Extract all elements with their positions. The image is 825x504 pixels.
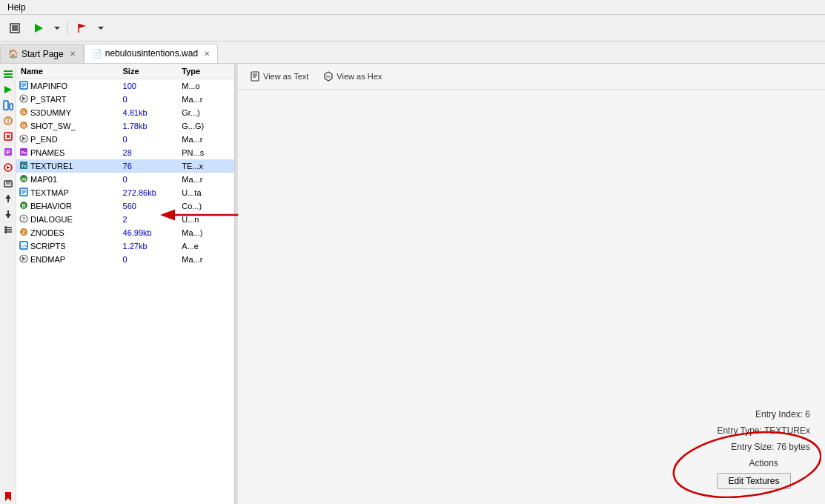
table-row[interactable]: P_END 0 Ma...r: [16, 133, 234, 146]
info-panel: Entry Index: 6 Entry Type: TEXTUREx Entr…: [717, 409, 810, 489]
table-row[interactable]: Z ZNODES 46.99kb Ma...): [16, 226, 234, 239]
row-name: Pn PNAMES: [16, 147, 120, 159]
row-name: P_END: [16, 133, 120, 145]
sidebar-icon-8[interactable]: [1, 176, 16, 190]
sidebar-icon-bookmark[interactable]: [1, 489, 16, 504]
svg-text:m: m: [21, 176, 26, 182]
row-filename: TEXTURE1: [30, 162, 73, 170]
row-icon: [19, 81, 28, 91]
row-icon: ?: [19, 214, 28, 225]
svg-rect-9: [4, 76, 13, 78]
row-type: PN...s: [179, 147, 234, 158]
svg-rect-8: [4, 73, 13, 75]
row-name: ENDMAP: [16, 253, 120, 265]
row-size: 76: [120, 161, 179, 171]
svg-marker-29: [5, 214, 11, 218]
actions-label: Actions: [717, 458, 810, 468]
left-sidebar: P: [0, 64, 16, 504]
svg-marker-27: [5, 195, 11, 199]
sidebar-icon-1[interactable]: [1, 67, 16, 82]
table-row[interactable]: ? DIALOGUE 2 U...n: [16, 213, 234, 226]
table-row[interactable]: MAPINFO 100 M...o: [16, 79, 234, 93]
table-row[interactable]: G SHOT_SW_ 1.78kb G...G): [16, 119, 234, 133]
row-icon: [19, 134, 28, 145]
tab-bar: 🏠 Start Page ✕ 📄 nebulousintentions.wad …: [0, 42, 825, 64]
svg-text:Pn: Pn: [21, 150, 27, 155]
table-row[interactable]: P_START 0 Ma...r: [16, 93, 234, 106]
toolbar-separator-1: [67, 21, 67, 36]
row-type: A...e: [179, 241, 234, 251]
table-row[interactable]: B BEHAVIOR 560 Co...): [16, 199, 234, 213]
view-as-text-button[interactable]: View as Text: [245, 70, 313, 83]
sidebar-icon-6[interactable]: P: [1, 145, 16, 159]
row-filename: SHOT_SW_: [30, 122, 76, 130]
view-as-hex-button[interactable]: 0x View as Hex: [319, 70, 386, 83]
table-row[interactable]: Pn PNAMES 28 PN...s: [16, 146, 234, 159]
row-size: 4.81kb: [120, 107, 179, 118]
stop-button[interactable]: [4, 19, 25, 38]
tab-wad-file-close[interactable]: ✕: [204, 50, 210, 58]
row-type: Ma...r: [179, 254, 234, 265]
right-panel: View as Text 0x View as Hex: [238, 64, 825, 504]
wad-file-icon: 📄: [92, 49, 102, 59]
tab-start-page[interactable]: 🏠 Start Page ✕: [0, 44, 84, 63]
row-icon: m: [19, 174, 28, 185]
row-filename: ENDMAP: [30, 255, 65, 264]
entry-index: Entry Index: 6: [717, 409, 810, 420]
row-icon: Tx: [19, 161, 28, 171]
sidebar-icon-7[interactable]: [1, 160, 16, 175]
row-icon: [19, 188, 28, 198]
play-dropdown[interactable]: [52, 19, 62, 38]
row-icon: </>: [19, 241, 28, 251]
row-filename: MAPINFO: [30, 82, 67, 90]
svg-rect-67: [251, 72, 259, 81]
flag-button[interactable]: [72, 19, 93, 38]
svg-marker-34: [5, 492, 11, 501]
svg-marker-10: [4, 86, 12, 93]
svg-marker-2: [35, 24, 43, 33]
flag-dropdown[interactable]: [96, 19, 106, 38]
svg-text:B: B: [21, 203, 25, 208]
row-type: Ma...r: [179, 94, 234, 105]
row-type: TE...x: [179, 161, 234, 171]
sidebar-icon-4[interactable]: [1, 113, 16, 128]
row-filename: PNAMES: [30, 148, 64, 157]
table-row[interactable]: TEXTMAP 272.86kb U...ta: [16, 186, 234, 199]
svg-text:</>: </>: [21, 244, 27, 248]
edit-textures-button[interactable]: Edit Textures: [717, 473, 790, 489]
row-size: 0: [120, 94, 179, 105]
tab-wad-file[interactable]: 📄 nebulousintentions.wad ✕: [84, 44, 218, 63]
col-header-name: Name: [16, 65, 120, 77]
svg-text:?: ?: [22, 216, 26, 222]
play-button[interactable]: [28, 19, 49, 38]
row-size: 272.86kb: [120, 188, 179, 198]
svg-rect-1: [12, 25, 18, 31]
row-icon: [19, 94, 28, 105]
row-name: Z ZNODES: [16, 227, 120, 239]
svg-point-15: [7, 122, 9, 123]
row-filename: DIALOGUE: [30, 215, 73, 224]
row-size: 1.27kb: [120, 241, 179, 251]
row-type: Ma...): [179, 228, 234, 238]
sidebar-icon-9[interactable]: [1, 191, 16, 206]
table-row[interactable]: m MAP01 0 Ma...r: [16, 173, 234, 186]
table-row[interactable]: G S3DUMMY 4.81kb Gr...): [16, 106, 234, 119]
row-filename: ZNODES: [30, 228, 64, 237]
sidebar-icon-10[interactable]: [1, 207, 16, 222]
row-size: 100: [120, 81, 179, 91]
sidebar-icon-5[interactable]: [1, 129, 16, 144]
tab-start-page-close[interactable]: ✕: [70, 50, 76, 58]
view-buttons-bar: View as Text 0x View as Hex: [238, 64, 825, 90]
row-size: 2: [120, 214, 179, 225]
table-row[interactable]: </> SCRIPTS 1.27kb A...e: [16, 239, 234, 253]
row-filename: S3DUMMY: [30, 108, 71, 117]
sidebar-icon-11[interactable]: [1, 222, 16, 237]
table-row[interactable]: ENDMAP 0 Ma...r: [16, 253, 234, 266]
table-row-texture1[interactable]: Tx TEXTURE1 76 TE...x: [16, 159, 234, 173]
sidebar-icon-3[interactable]: [1, 98, 16, 113]
menu-help[interactable]: Help: [4, 2, 29, 13]
svg-marker-66: [22, 256, 26, 261]
row-name: MAPINFO: [16, 80, 120, 92]
entry-type: Entry Type: TEXTUREx: [717, 425, 810, 436]
sidebar-icon-2[interactable]: [1, 82, 16, 97]
